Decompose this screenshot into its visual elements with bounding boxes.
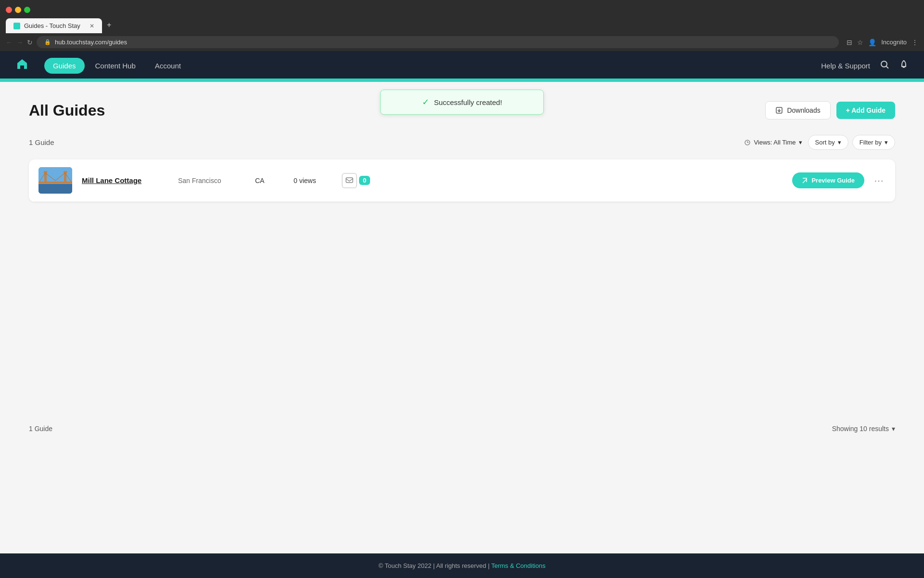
downloads-button[interactable]: Downloads: [765, 101, 830, 119]
nav-item-guides[interactable]: Guides: [44, 58, 85, 74]
filter-by-button[interactable]: Filter by ▾: [852, 135, 895, 150]
notification-bell-icon[interactable]: [899, 60, 909, 72]
tab-favicon-icon: [13, 23, 20, 29]
url-text: hub.touchstay.com/guides: [55, 39, 127, 46]
maximize-window-button[interactable]: [24, 7, 30, 13]
page-title: All Guides: [29, 102, 105, 119]
cast-icon[interactable]: ⊟: [847, 39, 852, 46]
app-footer: © Touch Stay 2022 | All rights reserved …: [0, 553, 924, 578]
message-badge: 0: [359, 176, 370, 185]
filter-controls: Views: All Time ▾ Sort by ▾ Filter by ▾: [744, 135, 895, 150]
help-support-link[interactable]: Help & Support: [821, 62, 870, 70]
filter-row: 1 Guide Views: All Time ▾ Sort by ▾ Filt…: [29, 135, 895, 150]
showing-results-button[interactable]: Showing 10 results ▾: [832, 425, 895, 433]
header-nav: Guides Content Hub Account: [44, 58, 821, 74]
views-filter-chevron-icon: ▾: [799, 139, 802, 146]
traffic-lights: [6, 4, 918, 17]
svg-point-1: [881, 61, 887, 67]
browser-chrome: Guides - Touch Stay ✕ +: [0, 0, 924, 33]
bridge-svg: [38, 167, 72, 194]
guide-thumbnail-image: [38, 167, 72, 194]
downloads-label: Downloads: [787, 106, 820, 114]
guide-row: Mill Lane Cottage San Francisco CA 0 vie…: [29, 159, 895, 202]
svg-rect-9: [38, 184, 72, 194]
minimize-window-button[interactable]: [15, 7, 21, 13]
add-guide-button[interactable]: + Add Guide: [836, 102, 895, 119]
guide-views: 0 views: [294, 177, 342, 184]
guide-messages: 0: [342, 173, 370, 188]
guides-list: Mill Lane Cottage San Francisco CA 0 vie…: [29, 159, 895, 202]
active-tab[interactable]: Guides - Touch Stay ✕: [6, 18, 102, 33]
svg-rect-0: [14, 24, 19, 28]
filter-by-label: Filter by: [860, 139, 882, 146]
views-filter-label: Views: All Time: [754, 139, 796, 146]
add-guide-label: + Add Guide: [846, 106, 886, 114]
forward-button[interactable]: →: [16, 39, 23, 46]
svg-rect-10: [38, 182, 72, 184]
views-filter-button[interactable]: Views: All Time ▾: [744, 139, 802, 146]
new-tab-button[interactable]: +: [103, 17, 115, 33]
page-actions: Downloads + Add Guide: [765, 101, 895, 119]
back-button[interactable]: ←: [6, 39, 13, 46]
search-icon[interactable]: [880, 60, 889, 72]
preview-guide-label: Preview Guide: [811, 177, 855, 184]
profile-icon[interactable]: 👤: [868, 39, 876, 46]
browser-action-buttons: ⊟ ☆ 👤 Incognito ⋮: [847, 39, 918, 46]
filter-by-chevron-icon: ▾: [885, 139, 888, 146]
guide-name[interactable]: Mill Lane Cottage: [82, 176, 168, 184]
guide-more-options-button[interactable]: ⋯: [872, 173, 886, 188]
toast-message: Successfully created!: [434, 98, 502, 106]
nav-item-content-hub[interactable]: Content Hub: [87, 58, 144, 74]
tab-title: Guides - Touch Stay: [24, 22, 80, 29]
guide-city: San Francisco: [178, 177, 255, 184]
app-header: Guides Content Hub Account Help & Suppor…: [0, 51, 924, 80]
menu-dots-icon[interactable]: ⋮: [911, 39, 918, 46]
nav-item-account[interactable]: Account: [146, 58, 190, 74]
svg-rect-14: [64, 171, 67, 173]
tab-bar: Guides - Touch Stay ✕ +: [6, 17, 918, 33]
incognito-label: Incognito: [881, 39, 907, 46]
reload-button[interactable]: ↻: [27, 39, 33, 46]
sort-by-label: Sort by: [815, 139, 835, 146]
preview-guide-button[interactable]: Preview Guide: [792, 172, 864, 188]
showing-results-chevron-icon: ▾: [892, 425, 895, 433]
message-icon[interactable]: [342, 173, 357, 188]
tab-close-button[interactable]: ✕: [90, 23, 94, 29]
guide-thumbnail: [38, 167, 72, 194]
sort-by-chevron-icon: ▾: [838, 139, 841, 146]
svg-rect-13: [44, 171, 47, 173]
address-field[interactable]: 🔒 hub.touchstay.com/guides: [37, 36, 839, 48]
secure-lock-icon: 🔒: [44, 39, 51, 45]
guide-count-label: 1 Guide: [29, 138, 54, 146]
svg-rect-19: [346, 178, 353, 183]
bookmark-icon[interactable]: ☆: [857, 39, 863, 46]
showing-results-label: Showing 10 results: [832, 425, 889, 433]
toast-container: ✓ Successfully created!: [380, 90, 544, 115]
home-logo-icon[interactable]: [15, 57, 29, 74]
sort-by-button[interactable]: Sort by ▾: [808, 135, 848, 150]
address-bar-row: ← → ↻ 🔒 hub.touchstay.com/guides ⊟ ☆ 👤 I…: [0, 33, 924, 51]
terms-conditions-link[interactable]: Terms & Conditions: [491, 562, 546, 569]
svg-line-2: [886, 66, 889, 68]
header-right: Help & Support: [821, 60, 909, 72]
guide-state: CA: [255, 177, 294, 184]
close-window-button[interactable]: [6, 7, 12, 13]
footer-copyright: © Touch Stay 2022 | All rights reserved …: [379, 562, 490, 569]
toast-check-icon: ✓: [422, 97, 429, 107]
success-toast: ✓ Successfully created!: [380, 90, 544, 115]
bottom-bar: 1 Guide Showing 10 results ▾: [0, 413, 924, 444]
main-content: All Guides Downloads + Add Guide 1 Guide: [0, 82, 924, 409]
bottom-guide-count: 1 Guide: [29, 425, 52, 433]
